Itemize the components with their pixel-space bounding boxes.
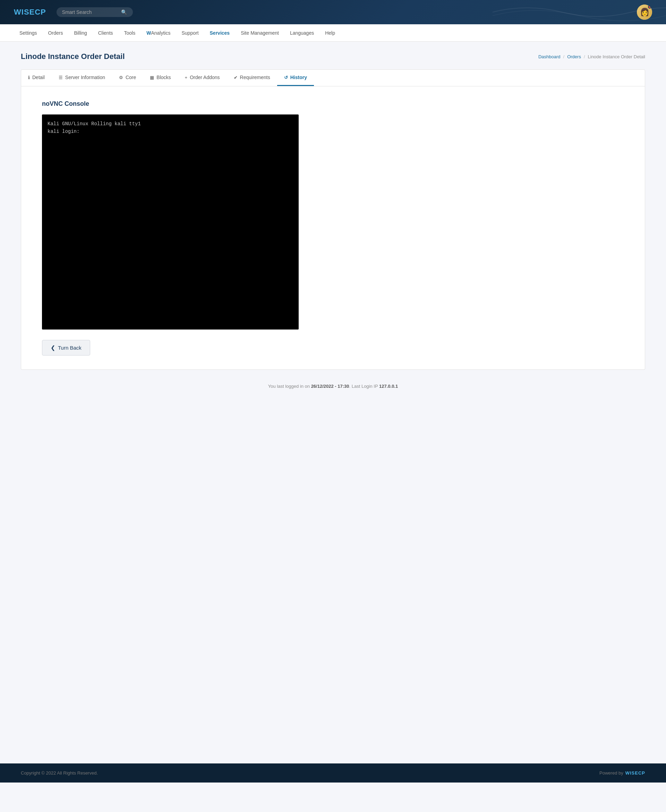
tab-requirements-label: Requirements — [240, 74, 270, 80]
logo-suffix: CP — [35, 8, 46, 16]
core-icon: ⚙ — [119, 75, 123, 80]
tabs-bar: ℹ Detail ☰ Server Information ⚙ Core ▦ B… — [21, 69, 645, 86]
tab-blocks-label: Blocks — [157, 74, 171, 80]
page-title: Linode Instance Order Detail — [21, 52, 125, 61]
nav-item-languages[interactable]: Languages — [284, 24, 320, 42]
footer-powered: Powered by WISECP — [599, 770, 645, 776]
tab-server-information[interactable]: ☰ Server Information — [52, 70, 112, 86]
wanalytics-rest: Analytics — [151, 30, 170, 36]
wanalytics-w: W — [147, 30, 151, 36]
nav-item-site-management[interactable]: Site Management — [235, 24, 284, 42]
footer-login-info: You last logged in on 26/12/2022 - 17:30… — [21, 370, 645, 396]
footer-prefix: You last logged in on — [268, 384, 311, 389]
breadcrumb-dashboard[interactable]: Dashboard — [538, 54, 560, 59]
tab-detail[interactable]: ℹ Detail — [21, 70, 52, 86]
header-right: 👩 — [637, 5, 652, 20]
navbar: Settings Orders Billing Clients Tools WA… — [0, 24, 666, 42]
nav-item-tools[interactable]: Tools — [119, 24, 141, 42]
tab-detail-label: Detail — [32, 74, 45, 80]
turn-back-label: Turn Back — [58, 345, 81, 351]
nav-item-services[interactable]: Services — [204, 24, 236, 42]
header: WISECP 🔍 👩 — [0, 0, 666, 24]
addons-icon: + — [185, 75, 188, 80]
nav-item-clients[interactable]: Clients — [92, 24, 119, 42]
nav-item-orders[interactable]: Orders — [43, 24, 69, 42]
footer-logo: WISECP — [625, 770, 645, 776]
requirements-icon: ✔ — [234, 75, 237, 80]
tab-core-label: Core — [125, 74, 136, 80]
logo-text: WISECP — [14, 8, 46, 16]
tab-order-addons-label: Order Addons — [190, 74, 219, 80]
nav-item-settings[interactable]: Settings — [14, 24, 43, 42]
logo-main: WISE — [14, 8, 35, 16]
footer-logo-suffix: CP — [638, 770, 645, 776]
breadcrumb-current: Linode Instance Order Detail — [588, 54, 645, 59]
vnc-line-1: Kali GNU/Linux Rolling kali tty1 — [48, 120, 293, 128]
footer-logo-main: WISE — [625, 770, 638, 776]
header-left: WISECP 🔍 — [14, 7, 133, 17]
nav-item-billing[interactable]: Billing — [68, 24, 92, 42]
logo[interactable]: WISECP — [14, 8, 46, 16]
tab-history[interactable]: ↺ History — [277, 70, 314, 86]
chevron-left-icon: ❮ — [51, 344, 55, 351]
search-bar[interactable]: 🔍 — [56, 7, 133, 17]
tab-blocks[interactable]: ▦ Blocks — [143, 70, 178, 86]
notification-dot — [648, 5, 651, 9]
nav-item-help[interactable]: Help — [320, 24, 341, 42]
footer-date: 26/12/2022 - 17:30 — [311, 384, 349, 389]
search-input[interactable] — [62, 9, 121, 15]
content-panel: noVNC Console Kali GNU/Linux Rolling kal… — [21, 86, 645, 370]
tab-server-information-label: Server Information — [65, 74, 105, 80]
vnc-line-2: kali login: — [48, 128, 293, 135]
footer-suffix: . Last Login IP — [349, 384, 379, 389]
breadcrumb-sep-1: / — [563, 54, 565, 59]
tab-history-label: History — [290, 74, 307, 80]
tab-core[interactable]: ⚙ Core — [112, 70, 143, 86]
breadcrumb-orders[interactable]: Orders — [567, 54, 581, 59]
history-icon: ↺ — [284, 75, 288, 80]
detail-icon: ℹ — [28, 75, 30, 80]
turn-back-button[interactable]: ❮ Turn Back — [42, 340, 90, 356]
nav-item-support[interactable]: Support — [176, 24, 204, 42]
tab-order-addons[interactable]: + Order Addons — [178, 70, 227, 86]
main-content: Linode Instance Order Detail Dashboard /… — [0, 42, 666, 763]
server-info-icon: ☰ — [59, 75, 63, 80]
breadcrumb: Dashboard / Orders / Linode Instance Ord… — [538, 54, 645, 59]
novnc-title: noVNC Console — [42, 100, 624, 107]
nav-item-wanalytics[interactable]: WAnalytics — [141, 24, 176, 42]
search-icon[interactable]: 🔍 — [121, 9, 127, 15]
footer-ip: 127.0.0.1 — [379, 384, 398, 389]
footer-copyright: Copyright © 2022 All Rights Reserved. — [21, 770, 98, 776]
breadcrumb-sep-2: / — [584, 54, 585, 59]
blocks-icon: ▦ — [150, 75, 154, 80]
footer-bar: Copyright © 2022 All Rights Reserved. Po… — [0, 763, 666, 782]
vnc-console[interactable]: Kali GNU/Linux Rolling kali tty1 kali lo… — [42, 114, 298, 329]
powered-by-label: Powered by — [599, 770, 623, 776]
tab-requirements[interactable]: ✔ Requirements — [227, 70, 277, 86]
page-header: Linode Instance Order Detail Dashboard /… — [21, 52, 645, 61]
avatar[interactable]: 👩 — [637, 5, 652, 20]
